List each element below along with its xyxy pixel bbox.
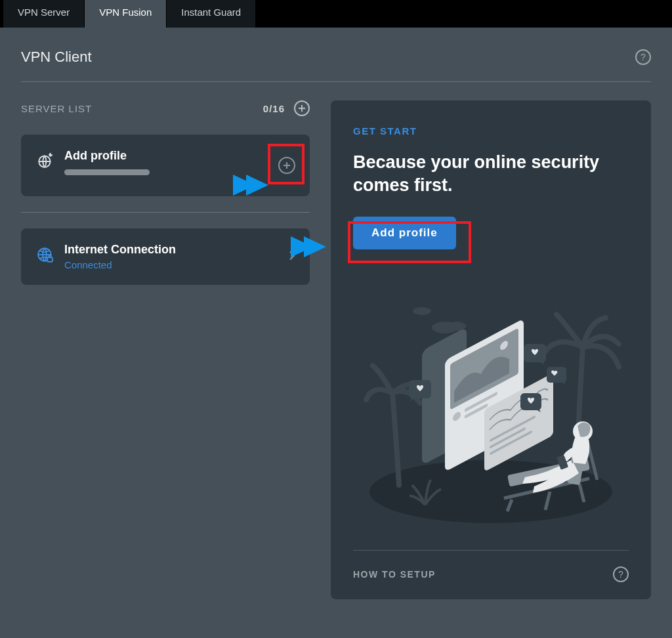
server-list-header: SERVER LIST 0/16	[21, 100, 310, 116]
promo-illustration	[353, 263, 629, 550]
server-list-count: 0/16	[263, 103, 285, 114]
tab-vpn-server[interactable]: VPN Server	[3, 0, 85, 28]
page-title: VPN Client	[21, 49, 92, 66]
internet-connection-card[interactable]: Internet Connection Connected	[21, 228, 310, 285]
page-header: VPN Client ?	[21, 49, 651, 82]
divider	[21, 212, 310, 213]
svg-rect-6	[47, 257, 52, 262]
tab-vpn-fusion[interactable]: VPN Fusion	[85, 0, 167, 28]
globe-plug-icon	[37, 152, 54, 172]
how-to-setup-label[interactable]: HOW TO SETUP	[353, 569, 436, 580]
server-list-label: SERVER LIST	[21, 103, 263, 114]
tab-bar: VPN Server VPN Fusion Instant Guard	[0, 0, 672, 28]
svg-rect-24	[547, 367, 566, 383]
internet-connection-status: Connected	[64, 259, 176, 270]
add-profile-card[interactable]: Add profile	[21, 135, 310, 196]
chevron-right-icon	[289, 249, 295, 265]
promo-panel: GET START Because your online security c…	[331, 100, 651, 599]
promo-get-start-label: GET START	[353, 125, 629, 137]
promo-footer: HOW TO SETUP ?	[353, 550, 629, 599]
add-profile-button[interactable]: Add profile	[353, 217, 456, 249]
how-to-help-icon[interactable]: ?	[613, 566, 629, 582]
internet-connection-title: Internet Connection	[64, 243, 176, 257]
add-profile-plus-icon[interactable]	[278, 157, 295, 174]
main-panel: VPN Client ? SERVER LIST 0/16	[0, 28, 672, 638]
content-area: SERVER LIST 0/16	[21, 100, 651, 599]
profile-progress-bar	[64, 169, 150, 175]
promo-headline: Because your online security comes first…	[353, 151, 629, 197]
svg-point-10	[413, 307, 431, 315]
add-server-icon[interactable]	[294, 100, 310, 116]
help-icon[interactable]: ?	[635, 49, 651, 65]
tab-instant-guard[interactable]: Instant Guard	[167, 0, 256, 28]
add-profile-title: Add profile	[64, 149, 150, 163]
left-column: SERVER LIST 0/16	[21, 100, 310, 599]
globe-lock-icon	[37, 247, 54, 266]
